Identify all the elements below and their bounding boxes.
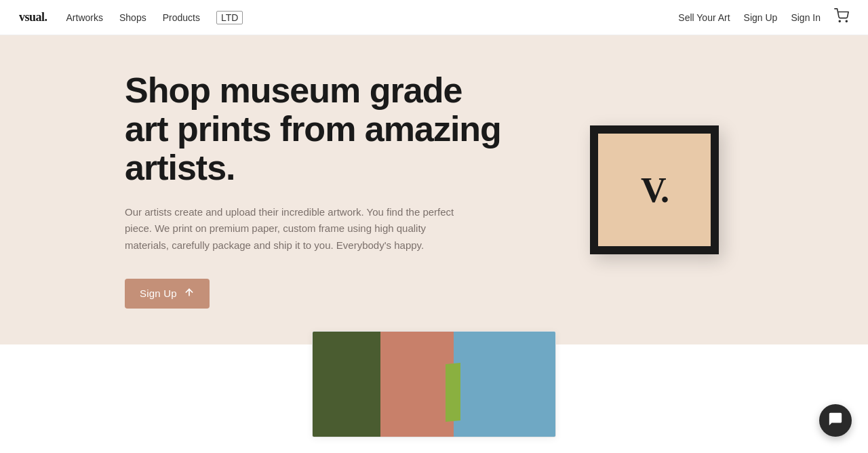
chat-button[interactable] bbox=[819, 404, 852, 437]
svg-point-0 bbox=[839, 20, 840, 22]
logo[interactable]: vsual. bbox=[19, 10, 47, 24]
nav-right: Sell Your Art Sign Up Sign In bbox=[678, 8, 849, 26]
hero-signup-arrow-icon bbox=[184, 287, 195, 300]
hero-description: Our artists create and upload their incr… bbox=[125, 204, 464, 254]
hero-artwork: V. bbox=[590, 125, 719, 254]
nav-link-ltd[interactable]: LTD bbox=[216, 11, 243, 24]
nav-link-artworks[interactable]: Artworks bbox=[66, 12, 103, 23]
card-image bbox=[313, 332, 555, 437]
hero-signup-button[interactable]: Sign Up bbox=[125, 279, 210, 309]
hero-section: Shop museum grade art prints from amazin… bbox=[0, 35, 868, 344]
hero-content: Shop museum grade art prints from amazin… bbox=[125, 71, 505, 309]
svg-point-1 bbox=[846, 20, 847, 22]
card-art bbox=[313, 332, 555, 437]
art-card-preview bbox=[312, 331, 556, 437]
nav-links: Artworks Shops Products LTD bbox=[66, 11, 243, 24]
signup-link[interactable]: Sign Up bbox=[744, 12, 778, 23]
art-blue-section bbox=[454, 332, 555, 437]
artwork-frame: V. bbox=[590, 125, 719, 254]
art-inner-green bbox=[446, 363, 460, 422]
below-hero-section bbox=[0, 344, 868, 453]
chat-icon bbox=[828, 412, 843, 430]
nav-link-shops[interactable]: Shops bbox=[119, 12, 146, 23]
navbar: vsual. Artworks Shops Products LTD Sell … bbox=[0, 0, 868, 35]
nav-left: vsual. Artworks Shops Products LTD bbox=[19, 10, 243, 24]
hero-signup-label: Sign Up bbox=[140, 288, 177, 299]
art-green-section bbox=[313, 332, 380, 437]
art-pink-section bbox=[380, 332, 453, 437]
cart-icon[interactable] bbox=[834, 8, 849, 26]
sell-your-art-link[interactable]: Sell Your Art bbox=[678, 12, 730, 23]
artwork-letter: V. bbox=[641, 170, 668, 210]
signin-link[interactable]: Sign In bbox=[791, 12, 821, 23]
nav-link-products[interactable]: Products bbox=[163, 12, 200, 23]
hero-title: Shop museum grade art prints from amazin… bbox=[125, 71, 505, 188]
